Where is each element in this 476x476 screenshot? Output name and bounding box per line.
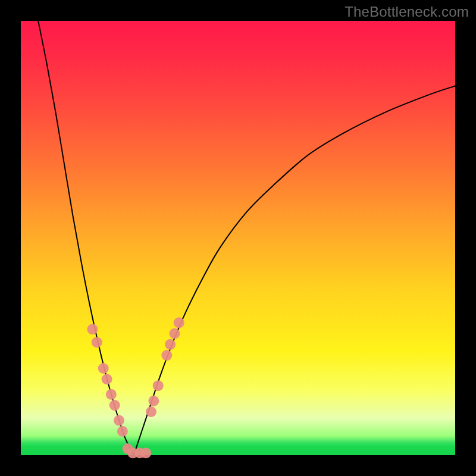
marker-point (98, 363, 109, 374)
chart-frame: TheBottleneck.com (0, 0, 476, 476)
marker-point (165, 339, 176, 350)
marker-point (153, 380, 164, 391)
marker-point (102, 374, 112, 384)
marker-point (174, 317, 184, 328)
marker-point (169, 328, 180, 339)
marker-point (161, 350, 172, 361)
marker-point (148, 396, 159, 406)
curve-right_branch (134, 86, 455, 456)
watermark-label: TheBottleneck.com (345, 4, 469, 20)
marker-point (140, 447, 151, 458)
marker-point (87, 324, 98, 334)
marker-point (114, 415, 124, 426)
chart-curves (38, 21, 455, 455)
marker-point (117, 426, 128, 437)
curve-left_branch (38, 21, 134, 455)
chart-markers (87, 317, 184, 458)
marker-point (109, 400, 120, 411)
chart-svg (21, 21, 455, 455)
marker-point (106, 389, 117, 400)
chart-plot-area (21, 21, 455, 455)
marker-point (146, 406, 156, 417)
marker-point (92, 337, 102, 347)
